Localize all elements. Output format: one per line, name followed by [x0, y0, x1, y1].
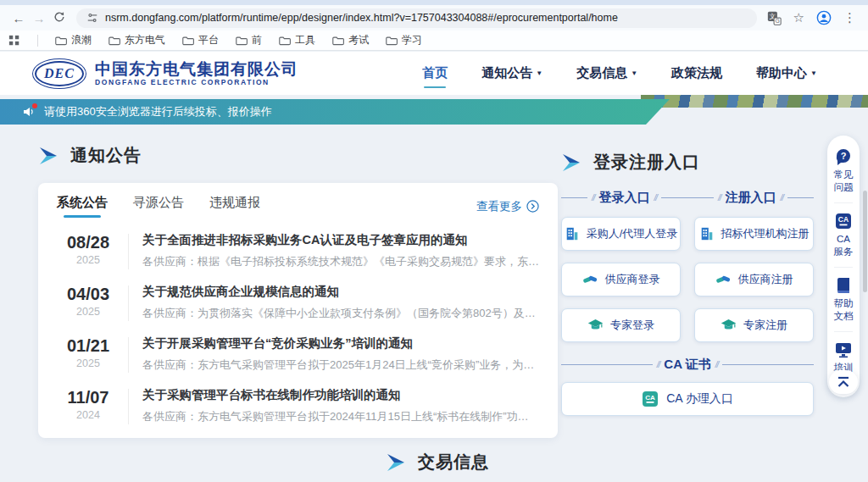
login-entry-header: // 登录入口 // — [561, 190, 687, 206]
divider — [834, 267, 853, 268]
supplier-register-button[interactable]: 供应商注册 — [694, 263, 814, 296]
nav-item-trade-info[interactable]: 交易信息▼ — [576, 65, 637, 81]
banner-photo — [641, 95, 868, 108]
bookmark-folder-langchao[interactable]: 浪潮 — [55, 33, 92, 47]
back-to-top-button[interactable] — [829, 370, 858, 394]
float-label: 帮助文档 — [832, 297, 854, 323]
notices-section: 通知公告 系统公告 寻源公告 违规通报 查看更多 08/28 2025 — [38, 144, 558, 438]
folder-icon — [279, 36, 291, 46]
question-icon: ? — [834, 147, 853, 166]
toolbar-actions: 文G ☆ ⋮ — [767, 10, 860, 25]
date-day: 08/28 — [57, 232, 120, 252]
bookmark-folder-xuexi[interactable]: 学习 — [386, 33, 422, 47]
bidding-agency-register-button[interactable]: 招标代理机构注册 — [694, 217, 814, 251]
hero-banner: 请使用360安全浏览器进行后续投标、报价操作 — [0, 95, 868, 131]
page: ← → nsrm.dongfang.com/platform/runtime/e… — [0, 0, 868, 482]
ca-service-icon: CA — [834, 212, 853, 230]
page-scrollbar[interactable] — [863, 191, 867, 292]
nav-item-home[interactable]: 首页 — [422, 65, 448, 81]
url-text[interactable]: nsrm.dongfang.com/platform/runtime/epp/d… — [105, 12, 618, 24]
list-item[interactable]: 11/07 2024 关于采购管理平台标书在线制作功能培训的通知 各供应商：东方… — [57, 387, 539, 424]
notice-tabs: 系统公告 寻源公告 违规通报 — [57, 195, 260, 218]
main-nav: 首页 通知公告▼ 交易信息▼ 政策法规 帮助中心▼ — [422, 65, 817, 81]
notice-date: 04/03 2025 — [57, 284, 120, 318]
divider — [128, 389, 129, 424]
notice-title[interactable]: 关于规范供应商企业规模信息的通知 — [142, 284, 539, 300]
chrome-menu-icon[interactable]: ⋮ — [843, 10, 856, 25]
float-label: 常见问题 — [832, 169, 854, 194]
refresh-button[interactable] — [49, 11, 70, 25]
forward-button[interactable]: → — [29, 11, 49, 25]
profile-avatar-icon[interactable] — [816, 10, 832, 25]
button-label: 专家登录 — [610, 318, 654, 333]
bookmark-label: 工具 — [295, 33, 315, 47]
bookmark-folder-kaoshi[interactable]: 考试 — [332, 33, 369, 47]
nav-label: 交易信息 — [576, 65, 627, 81]
svg-text:G: G — [775, 18, 779, 24]
divider — [722, 364, 814, 365]
dec-logo-oval: DEC — [32, 58, 86, 89]
date-year: 2024 — [57, 409, 120, 421]
bookmark-folder-dongfang[interactable]: 东方电气 — [108, 33, 165, 47]
register-entry-header: // 注册入口 // — [687, 190, 814, 206]
site-settings-icon[interactable] — [86, 12, 98, 24]
nav-item-policies[interactable]: 政策法规 — [671, 65, 722, 81]
tab-system-notices[interactable]: 系统公告 — [57, 195, 108, 218]
url-bar[interactable]: nsrm.dongfang.com/platform/runtime/epp/d… — [76, 8, 757, 28]
ca-apply-button[interactable]: CA CA 办理入口 — [561, 382, 814, 416]
divider — [834, 331, 853, 332]
divider — [561, 364, 653, 365]
supplier-login-button[interactable]: 供应商登录 — [561, 263, 681, 296]
translate-icon[interactable]: 文G — [767, 11, 782, 25]
notice-red-dot — [32, 103, 37, 108]
speaker-icon — [22, 105, 36, 119]
bookmarks-divider — [37, 35, 38, 47]
notice-title[interactable]: 关于全面推进非招标采购业务CA认证及电子签章应用的通知 — [142, 232, 539, 248]
arrow-circle-icon — [526, 200, 539, 213]
notice-desc: 各供应商：东方电气采购管理平台拟于2024年11月15日上线“标书在线制作”功能… — [142, 409, 539, 424]
button-label: 采购人/代理人登录 — [587, 226, 678, 241]
apps-grid-icon[interactable] — [8, 35, 20, 47]
bookmark-star-icon[interactable]: ☆ — [793, 10, 804, 25]
list-item[interactable]: 04/03 2025 关于规范供应商企业规模信息的通知 各供应商：为贯彻落实《保… — [57, 284, 539, 321]
button-label: 招标代理机构注册 — [721, 226, 810, 241]
section-arrow-icon — [386, 453, 406, 472]
bookmark-label: 东方电气 — [125, 33, 165, 47]
folder-icon — [182, 36, 194, 46]
notice-date: 01/21 2025 — [57, 335, 120, 369]
back-button[interactable]: ← — [8, 11, 29, 25]
ca-service-button[interactable]: CA CA 服务 — [832, 210, 854, 260]
bookmarks-bar: 浪潮 东方电气 平台 前 工具 考试 学习 — [0, 30, 868, 50]
bookmark-folder-qian[interactable]: 前 — [236, 33, 262, 47]
bookmark-label: 平台 — [198, 33, 219, 47]
register-header-label: 注册入口 — [726, 190, 776, 206]
tab-sourcing-notices[interactable]: 寻源公告 — [133, 195, 184, 218]
faq-button[interactable]: ? 常见问题 — [832, 146, 854, 196]
list-item[interactable]: 01/21 2025 关于开展采购管理平台“竞价采购业务”培训的通知 各供应商：… — [57, 335, 539, 373]
chevron-down-icon: ▼ — [810, 69, 817, 77]
expert-register-button[interactable]: 专家注册 — [694, 308, 814, 342]
view-more-link[interactable]: 查看更多 — [476, 199, 539, 214]
list-item[interactable]: 08/28 2025 关于全面推进非招标采购业务CA认证及电子签章应用的通知 各… — [57, 232, 539, 269]
nav-item-help-center[interactable]: 帮助中心▼ — [756, 65, 817, 81]
svg-text:CA: CA — [838, 215, 849, 224]
tab-violation-reports[interactable]: 违规通报 — [209, 195, 260, 218]
nav-item-notices[interactable]: 通知公告▼ — [481, 65, 542, 81]
building-icon — [565, 226, 580, 241]
purchaser-login-button[interactable]: 采购人/代理人登录 — [561, 217, 681, 251]
site-header: DEC 中国东方电气集团有限公司 DONGFANG ELECTRIC CORPO… — [0, 52, 868, 95]
help-docs-button[interactable]: 帮助文档 — [832, 274, 854, 324]
chevron-down-icon: ▼ — [631, 69, 637, 77]
building-icon — [699, 226, 715, 241]
notice-date: 08/28 2025 — [57, 232, 120, 266]
bookmark-folder-pingtai[interactable]: 平台 — [182, 33, 219, 47]
button-label: CA 办理入口 — [666, 391, 733, 407]
expert-login-button[interactable]: 专家登录 — [561, 308, 681, 342]
divider — [687, 197, 714, 198]
date-day: 04/03 — [57, 284, 120, 304]
bookmark-folder-gongju[interactable]: 工具 — [279, 33, 315, 47]
notice-title[interactable]: 关于开展采购管理平台“竞价采购业务”培训的通知 — [142, 335, 539, 352]
company-logo[interactable]: DEC 中国东方电气集团有限公司 DONGFANG ELECTRIC CORPO… — [32, 58, 298, 89]
notice-title[interactable]: 关于采购管理平台标书在线制作功能培训的通知 — [142, 387, 539, 403]
folder-icon — [55, 36, 67, 46]
